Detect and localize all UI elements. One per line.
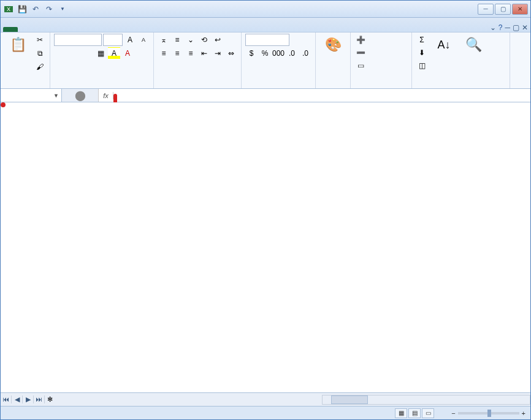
number-format-select[interactable] <box>245 34 289 46</box>
cells-insert-button[interactable]: ➕ <box>354 34 368 46</box>
font-color-icon[interactable]: A <box>121 47 134 59</box>
cells-format-button[interactable]: ▭ <box>354 59 368 72</box>
name-box[interactable]: ▼ <box>1 89 62 102</box>
inner-restore-icon[interactable]: ▢ <box>513 23 519 32</box>
border-icon[interactable]: ▦ <box>94 47 107 59</box>
redo-icon[interactable]: ↷ <box>44 4 55 15</box>
clipboard-icon: 📋 <box>8 35 28 55</box>
paste-button[interactable]: 📋 <box>4 34 31 57</box>
zoom-out-icon[interactable]: − <box>451 410 455 417</box>
cells-delete-button[interactable]: ➖ <box>354 47 368 59</box>
inner-minimize-icon[interactable]: ─ <box>505 23 510 32</box>
svg-text:X: X <box>7 6 10 12</box>
align-top-icon[interactable]: ⌅ <box>158 34 170 46</box>
find-select-button[interactable]: 🔍 <box>460 34 487 57</box>
fill-color-icon[interactable]: A <box>108 47 120 59</box>
align-middle-icon[interactable]: ≡ <box>171 34 183 46</box>
orientation-icon[interactable]: ⟲ <box>198 34 210 46</box>
maximize-button[interactable]: ▢ <box>495 4 511 15</box>
underline-button[interactable] <box>81 47 93 59</box>
shrink-font-icon[interactable]: A <box>137 34 150 46</box>
indent-increase-icon[interactable]: ⇥ <box>212 47 224 59</box>
file-tab[interactable] <box>3 27 18 32</box>
italic-button[interactable] <box>67 47 80 59</box>
font-size-select[interactable] <box>103 34 123 46</box>
zoom-slider[interactable] <box>458 412 519 414</box>
increase-decimal-icon[interactable]: .0 <box>286 47 298 59</box>
cut-icon[interactable]: ✂ <box>34 34 46 46</box>
delete-cells-icon: ➖ <box>354 47 367 59</box>
align-right-icon[interactable]: ≡ <box>185 47 197 59</box>
minimize-button[interactable]: ─ <box>478 4 494 15</box>
view-normal-icon[interactable]: ▦ <box>395 408 407 418</box>
formula-circle-icon: ⬤ <box>75 90 86 101</box>
ribbon-minimize-icon[interactable]: ⌄ <box>490 23 496 32</box>
clear-icon[interactable]: ◫ <box>416 59 428 72</box>
indent-decrease-icon[interactable]: ⇤ <box>198 47 210 59</box>
new-sheet-icon[interactable]: ✻ <box>47 395 53 403</box>
sheet-nav-first-icon[interactable]: ⏮ <box>1 395 12 403</box>
font-name-select[interactable] <box>54 34 102 46</box>
decrease-decimal-icon[interactable]: .0 <box>299 47 311 59</box>
comma-icon[interactable]: 000 <box>272 47 285 59</box>
save-icon[interactable]: 💾 <box>17 4 28 15</box>
view-pagebreak-icon[interactable]: ▭ <box>422 408 434 418</box>
ribbon: 📋 ✂ ⧉ 🖌 A A <box>1 32 530 89</box>
merge-center-icon[interactable]: ⇔ <box>225 47 237 59</box>
undo-icon[interactable]: ↶ <box>30 4 41 15</box>
fill-icon[interactable]: ⬇ <box>416 47 428 59</box>
scrollbar-thumb[interactable] <box>331 395 368 404</box>
align-center-icon[interactable]: ≡ <box>171 47 183 59</box>
sheet-nav-next-icon[interactable]: ▶ <box>23 395 34 403</box>
find-icon: 🔍 <box>464 35 483 55</box>
sort-icon: A↓ <box>434 35 454 55</box>
formula-bar[interactable] <box>113 95 530 96</box>
view-layout-icon[interactable]: ▤ <box>408 408 421 418</box>
autosum-icon[interactable]: Σ <box>416 34 428 46</box>
qat-dropdown-icon[interactable]: ▼ <box>57 4 68 15</box>
sort-filter-button[interactable]: A↓ <box>430 34 457 57</box>
wrap-text-icon[interactable]: ↩ <box>212 34 224 46</box>
sheet-nav-prev-icon[interactable]: ◀ <box>12 395 23 403</box>
format-cells-icon: ▭ <box>354 59 367 72</box>
styles-button[interactable]: 🎨 <box>319 34 346 57</box>
fx-icon[interactable]: fx <box>99 92 113 99</box>
styles-icon: 🎨 <box>323 35 343 55</box>
format-painter-icon[interactable]: 🖌 <box>34 61 46 73</box>
inner-close-icon[interactable]: ✕ <box>522 23 528 32</box>
percent-icon[interactable]: % <box>259 47 271 59</box>
grow-font-icon[interactable]: A <box>124 34 136 46</box>
horizontal-scrollbar[interactable] <box>322 395 530 405</box>
row-highlight <box>1 102 6 107</box>
excel-icon: X <box>3 4 14 15</box>
align-left-icon[interactable]: ≡ <box>158 47 170 59</box>
ribbon-tabs: ⌄ ? ─ ▢ ✕ <box>1 18 530 32</box>
sheet-nav-last-icon[interactable]: ⏭ <box>34 395 45 403</box>
insert-cells-icon: ➕ <box>354 34 367 46</box>
help-icon[interactable]: ? <box>499 23 503 32</box>
chevron-down-icon[interactable]: ▼ <box>53 93 59 99</box>
close-button[interactable]: ✕ <box>512 4 528 15</box>
zoom-in-icon[interactable]: + <box>522 410 525 417</box>
copy-icon[interactable]: ⧉ <box>34 47 46 59</box>
currency-icon[interactable]: $ <box>245 47 258 59</box>
bold-button[interactable] <box>54 47 66 59</box>
align-bottom-icon[interactable]: ⌄ <box>185 34 197 46</box>
